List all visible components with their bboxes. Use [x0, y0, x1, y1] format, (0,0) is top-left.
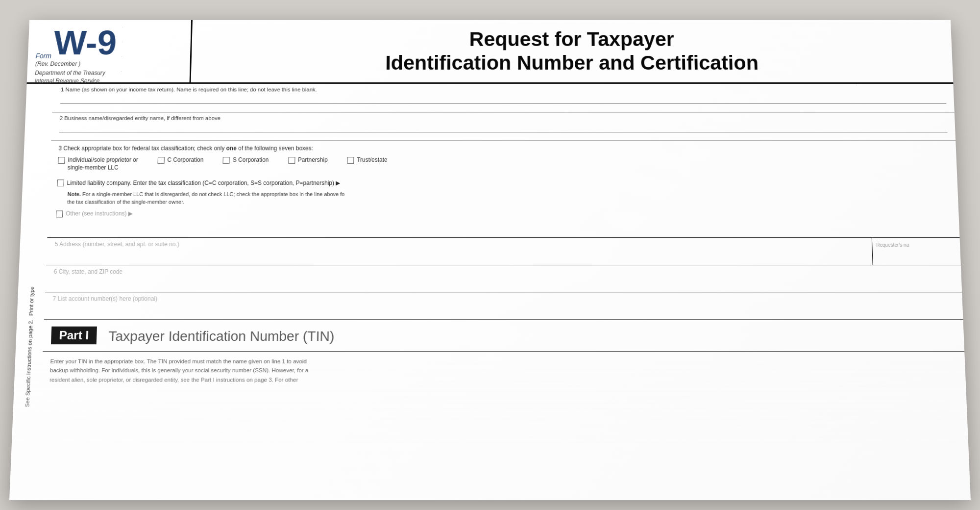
form-page: Form W-9 (Rev. December ) Department of … [9, 20, 971, 500]
part-1-desc1: Enter your TIN in the appropriate box. T… [50, 358, 307, 364]
part-1-desc2: backup withholding. For individuals, thi… [50, 367, 309, 373]
field-5-inner: 5 Address (number, street, and apt. or s… [46, 238, 961, 265]
other-row: Other (see instructions) ▶ [56, 210, 951, 217]
part-1-desc3: resident alien, sole proprietor, or disr… [49, 377, 298, 382]
field-7-label: 7 List account number(s) here (optional) [52, 295, 955, 302]
checkbox-trust-label: Trust/estate [357, 156, 388, 164]
checkbox-c-corp-box[interactable] [157, 157, 164, 164]
form-header-right: Request for Taxpayer Identification Numb… [191, 20, 954, 82]
form-number: W-9 [53, 26, 117, 59]
form-title: Request for Taxpayer Identification Numb… [385, 27, 759, 75]
part-1-title: Taxpayer Identification Number (TIN) [108, 329, 335, 344]
note-label: Note. [67, 191, 81, 197]
checkbox-partnership-label: Partnership [298, 156, 328, 164]
field-2-label: 2 Business name/disregarded entity name,… [60, 115, 947, 121]
sidebar-print-type: Print or type [27, 286, 34, 316]
field-1-input[interactable] [60, 93, 946, 103]
part-1-badge: Part I [51, 327, 97, 344]
form-dept: Department of the Treasury Internal Reve… [34, 69, 182, 85]
note-text: Note. For a single-member LLC that is di… [67, 190, 951, 206]
checkbox-c-corp-label: C Corporation [167, 156, 203, 164]
llc-row: Limited liability company. Enter the tax… [57, 179, 950, 187]
checkbox-individual: Individual/sole proprietor orsingle-memb… [58, 156, 138, 172]
form-label: Form [35, 52, 51, 59]
form-main: 1 Name (as shown on your income tax retu… [41, 84, 966, 389]
checkbox-other-box[interactable] [56, 210, 63, 217]
checkbox-individual-box[interactable] [58, 157, 65, 164]
sidebar-instructions: See Specific Instructions on page 2. [24, 319, 33, 407]
classification-checkboxes-top: Individual/sole proprietor orsingle-memb… [57, 156, 949, 176]
field-2-row: 2 Business name/disregarded entity name,… [51, 112, 956, 141]
checkbox-llc-box[interactable] [57, 179, 64, 186]
form-title-text: Request for Taxpayer Identification Numb… [385, 27, 759, 75]
part-1-description: Enter your TIN in the appropriate box. T… [41, 352, 966, 389]
checkbox-partnership-box[interactable] [288, 157, 295, 164]
form-header: Form W-9 (Rev. December ) Department of … [27, 20, 954, 84]
llc-label: Limited liability company. Enter the tax… [67, 179, 336, 186]
checkbox-partnership: Partnership [288, 156, 328, 164]
form-container: Form W-9 (Rev. December ) Department of … [9, 20, 971, 500]
checkbox-individual-label: Individual/sole proprietor orsingle-memb… [67, 156, 138, 172]
form-body-wrapper: Print or type See Specific Instructions … [14, 84, 966, 389]
checkbox-s-corp-label: S Corporation [233, 156, 269, 164]
requester-box: Requester's na [872, 238, 961, 265]
field-3-header: 3 Check appropriate box for federal tax … [58, 145, 948, 152]
field-7-row: 7 List account number(s) here (optional) [44, 292, 963, 319]
llc-arrow: ▶ [336, 179, 340, 186]
form-rev: (Rev. December ) [35, 61, 182, 68]
checkbox-trust: Trust/estate [347, 156, 387, 164]
field-5-label: 5 Address (number, street, and apt. or s… [55, 241, 862, 248]
field-3-row: 3 Check appropriate box for federal tax … [47, 141, 959, 238]
note-content: For a single-member LLC that is disregar… [67, 191, 344, 205]
field-5-row: 5 Address (number, street, and apt. or s… [46, 238, 961, 265]
field-1-label: 1 Name (as shown on your income tax retu… [61, 87, 946, 93]
requester-label: Requester's na [876, 242, 909, 248]
other-label: Other (see instructions) ▶ [66, 210, 133, 217]
part-1-section: Part I Taxpayer Identification Number (T… [43, 320, 964, 352]
checkbox-c-corp: C Corporation [157, 156, 203, 164]
checkbox-s-corp: S Corporation [223, 156, 269, 164]
llc-text: Limited liability company. Enter the tax… [67, 179, 340, 187]
field-6-row: 6 City, state, and ZIP code [45, 265, 962, 292]
checkbox-s-corp-box[interactable] [223, 157, 230, 164]
field-1-row: 1 Name (as shown on your income tax retu… [52, 84, 954, 112]
field-6-label: 6 City, state, and ZIP code [53, 268, 953, 275]
field-2-input[interactable] [59, 122, 948, 132]
form-header-left: Form W-9 (Rev. December ) Department of … [27, 20, 193, 82]
checkbox-trust-box[interactable] [347, 157, 354, 164]
